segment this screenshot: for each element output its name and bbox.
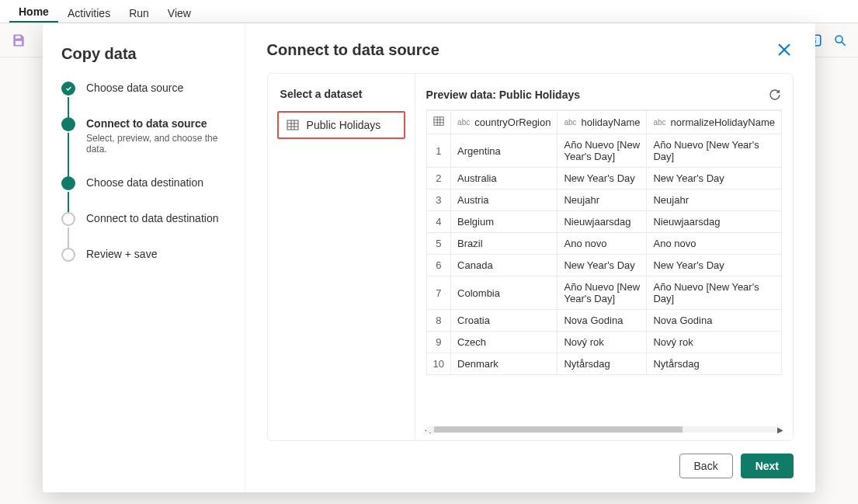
cell: Austria	[451, 189, 558, 211]
svg-rect-7	[287, 120, 298, 130]
col-type: abc	[564, 118, 576, 127]
dataset-item-label: Public Holidays	[307, 119, 381, 131]
step-label: Connect to data destination	[86, 212, 218, 224]
dataset-column: Select a dataset Public Holidays	[268, 74, 415, 440]
col-name: countryOrRegion	[474, 116, 551, 128]
cell: Denmark	[451, 353, 558, 375]
preview-table-wrap[interactable]: abccountryOrRegion abcholidayName abcnor…	[426, 109, 782, 425]
cell: New Year's Day	[647, 168, 782, 189]
col-header[interactable]: abcholidayName	[558, 111, 647, 134]
step-connect-source[interactable]: Connect to data source Select, preview, …	[61, 117, 226, 176]
ribbon-tab-activities[interactable]: Activities	[58, 4, 120, 23]
table-row[interactable]: 1ArgentinaAño Nuevo [New Year's Day]Año …	[426, 134, 781, 168]
row-number: 6	[426, 255, 450, 276]
col-header[interactable]: abcnormalizeHolidayName	[647, 111, 782, 134]
wizard-steps-panel: Copy data Choose data source Connect to …	[43, 23, 245, 492]
cell: Ano novo	[647, 233, 782, 255]
cell: Año Nuevo [New Year's Day]	[647, 134, 782, 168]
svg-rect-12	[434, 117, 443, 126]
table-row[interactable]: 3AustriaNeujahrNeujahr	[426, 189, 781, 211]
step-sublabel: Select, preview, and choose the data.	[86, 133, 226, 155]
cell: Argentina	[451, 134, 558, 168]
step-review-save[interactable]: Review + save	[61, 248, 226, 262]
row-number: 7	[426, 276, 450, 310]
table-row[interactable]: 4BelgiumNieuwjaarsdagNieuwjaarsdag	[426, 211, 781, 233]
cell: Colombia	[451, 276, 558, 310]
cell: Neujahr	[558, 189, 647, 211]
preview-column: Preview data: Public Holidays abccountry…	[415, 74, 793, 440]
scroll-right-icon[interactable]: ▶	[777, 426, 783, 434]
cell: Nový rok	[558, 332, 647, 353]
cell: Nova Godina	[647, 310, 782, 332]
step-label: Review + save	[86, 248, 157, 260]
cell: Czech	[451, 332, 558, 353]
cell: Belgium	[451, 211, 558, 233]
svg-line-4	[842, 42, 846, 46]
table-row[interactable]: 6CanadaNew Year's DayNew Year's Day	[426, 255, 781, 276]
cell: Nieuwjaarsdag	[647, 211, 782, 233]
ribbon-tab-home[interactable]: Home	[9, 2, 58, 23]
preview-table: abccountryOrRegion abcholidayName abcnor…	[426, 110, 782, 375]
svg-point-3	[835, 36, 842, 43]
horizontal-scrollbar[interactable]: ◀ ▶	[426, 426, 782, 434]
col-type: abc	[653, 118, 665, 127]
ribbon-tab-run[interactable]: Run	[120, 4, 158, 23]
row-number: 8	[426, 310, 450, 332]
close-icon[interactable]	[775, 40, 794, 59]
step-label: Connect to data source	[86, 117, 226, 130]
content-panel: Connect to data source Select a dataset …	[245, 23, 815, 492]
row-number: 9	[426, 332, 450, 353]
search-icon[interactable]	[833, 33, 847, 47]
wizard-title: Copy data	[61, 45, 226, 63]
step-list: Choose data source Connect to data sourc…	[61, 82, 226, 262]
col-type: abc	[457, 118, 470, 127]
cell: Australia	[451, 168, 558, 189]
cell: Nieuwjaarsdag	[558, 211, 647, 233]
ribbon: Home Activities Run View	[0, 0, 858, 23]
table-row[interactable]: 7ColombiaAño Nuevo [New Year's Day]Año N…	[426, 276, 781, 310]
preview-title: Preview data: Public Holidays	[426, 89, 580, 101]
dataset-section-title: Select a dataset	[277, 88, 405, 100]
next-button[interactable]: Next	[741, 454, 794, 478]
step-choose-source[interactable]: Choose data source	[61, 82, 226, 117]
step-label: Choose data source	[86, 82, 183, 94]
table-row[interactable]: 5BrazilAno novoAno novo	[426, 233, 781, 255]
back-button[interactable]: Back	[679, 454, 733, 478]
row-number: 4	[426, 211, 450, 233]
table-row[interactable]: 10DenmarkNytårsdagNytårsdag	[426, 353, 781, 375]
col-name: normalizeHolidayName	[671, 116, 775, 128]
cell: Ano novo	[558, 233, 647, 255]
cell: Nový rok	[647, 332, 782, 353]
step-choose-destination[interactable]: Choose data destination	[61, 176, 226, 212]
ribbon-tab-view[interactable]: View	[158, 4, 200, 23]
cell: New Year's Day	[558, 168, 647, 189]
row-number: 3	[426, 189, 450, 211]
row-number: 10	[426, 353, 450, 375]
table-icon	[287, 119, 299, 131]
dataset-item-public-holidays[interactable]: Public Holidays	[277, 111, 405, 139]
table-row[interactable]: 2AustraliaNew Year's DayNew Year's Day	[426, 168, 781, 189]
step-connect-destination[interactable]: Connect to data destination	[61, 212, 226, 248]
grid-icon	[433, 116, 444, 127]
refresh-icon[interactable]	[768, 88, 782, 102]
cell: Nova Godina	[558, 310, 647, 332]
cell: Neujahr	[647, 189, 782, 211]
row-number: 2	[426, 168, 450, 189]
col-name: holidayName	[582, 116, 641, 128]
rownum-header	[426, 111, 450, 134]
content-card: Select a dataset Public Holidays Preview…	[267, 73, 794, 441]
save-icon[interactable]	[11, 33, 26, 48]
table-row[interactable]: 8CroatiaNova GodinaNova Godina	[426, 310, 781, 332]
cell: Año Nuevo [New Year's Day]	[558, 134, 647, 168]
cell: New Year's Day	[558, 255, 647, 276]
table-row[interactable]: 9CzechNový rokNový rok	[426, 332, 781, 353]
step-label: Choose data destination	[86, 176, 203, 189]
cell: Nytårsdag	[647, 353, 782, 375]
cell: Croatia	[451, 310, 558, 332]
col-header[interactable]: abccountryOrRegion	[451, 111, 558, 134]
cell: Año Nuevo [New Year's Day]	[558, 276, 647, 310]
copy-data-modal: Copy data Choose data source Connect to …	[43, 23, 815, 492]
row-number: 1	[426, 134, 450, 168]
row-number: 5	[426, 233, 450, 255]
cell: Canada	[451, 255, 558, 276]
